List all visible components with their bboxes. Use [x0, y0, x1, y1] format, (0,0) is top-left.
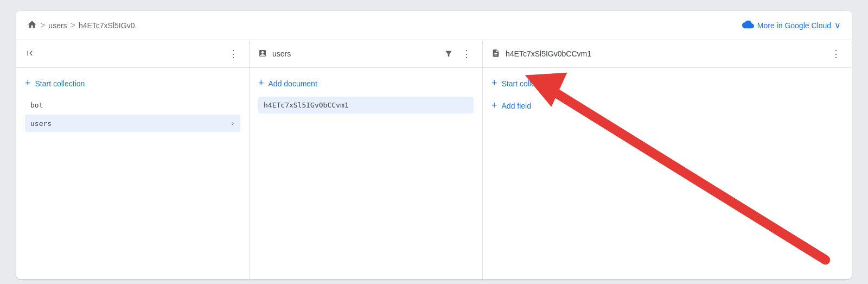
panel-right: h4ETc7xSl5IGv0bCCvm1 ⋮ + Start collectio… — [483, 40, 852, 279]
plus-icon-middle: + — [258, 78, 264, 89]
start-collection-button-right[interactable]: + Start collection — [492, 74, 551, 92]
panel-left: ⋮ + Start collection bot users › — [16, 40, 250, 279]
plus-icon-right-collection: + — [492, 78, 497, 89]
panel-right-header-left: h4ETc7xSl5IGv0bCCvm1 — [492, 49, 591, 59]
double-chevron-icon[interactable] — [25, 48, 35, 60]
list-item-bot[interactable]: bot — [25, 97, 240, 113]
breadcrumb-doc-id: h4ETc7xSl5IGv0. — [79, 21, 137, 30]
panel-middle-title: users — [272, 49, 291, 58]
panels-container: ⋮ + Start collection bot users › — [16, 40, 852, 279]
plus-icon-left: + — [25, 78, 31, 89]
breadcrumb-sep-2: > — [71, 21, 75, 30]
breadcrumb: > users > h4ETc7xSl5IGv0. — [27, 20, 137, 31]
add-document-label: Add document — [269, 79, 317, 88]
add-document-button[interactable]: + Add document — [258, 74, 317, 92]
document-icon — [492, 49, 500, 59]
firestore-ui: > users > h4ETc7xSl5IGv0. More in Google… — [16, 11, 852, 279]
google-cloud-label: More in Google Cloud — [757, 21, 831, 30]
panel-middle-header: users ⋮ — [250, 40, 482, 68]
panel-left-more-options[interactable]: ⋮ — [226, 47, 240, 61]
breadcrumb-users[interactable]: users — [48, 21, 67, 30]
panel-left-body: + Start collection bot users › — [16, 68, 249, 279]
list-item-doc[interactable]: h4ETc7xSl5IGv0bCCvm1 — [258, 97, 474, 113]
chevron-right-icon-users: › — [231, 119, 235, 128]
add-field-button[interactable]: + Add field — [492, 97, 531, 115]
panel-middle-more-options[interactable]: ⋮ — [459, 47, 474, 61]
panel-middle-body: + Add document h4ETc7xSl5IGv0bCCvm1 — [250, 68, 482, 279]
list-item-bot-label: bot — [30, 101, 43, 109]
home-icon[interactable] — [27, 20, 37, 31]
google-cloud-link[interactable]: More in Google Cloud ∨ — [742, 18, 841, 32]
add-field-label: Add field — [502, 102, 531, 110]
panel-left-header: ⋮ — [16, 40, 249, 68]
panel-middle: users ⋮ + Add document h4ETc7 — [250, 40, 483, 279]
panel-middle-header-icons: ⋮ — [442, 47, 474, 61]
list-item-doc-label: h4ETc7xSl5IGv0bCCvm1 — [264, 101, 349, 109]
filter-icon[interactable] — [442, 47, 455, 60]
panel-right-body: + Start collection + Add field — [483, 68, 852, 279]
panel-right-title: h4ETc7xSl5IGv0bCCvm1 — [506, 49, 591, 58]
start-collection-label-left: Start collection — [35, 79, 85, 88]
start-collection-label-right: Start collection — [502, 79, 552, 88]
chevron-down-icon: ∨ — [834, 20, 841, 30]
panel-right-more-options[interactable]: ⋮ — [829, 47, 843, 61]
collection-icon — [258, 49, 267, 59]
cloud-icon — [742, 18, 754, 32]
start-collection-button-left[interactable]: + Start collection — [25, 74, 85, 92]
plus-icon-right-field: + — [492, 100, 497, 111]
breadcrumb-bar: > users > h4ETc7xSl5IGv0. More in Google… — [16, 11, 852, 40]
list-item-users[interactable]: users › — [25, 115, 240, 132]
list-item-users-label: users — [30, 119, 52, 128]
panel-middle-header-left: users — [258, 49, 291, 59]
panel-right-header: h4ETc7xSl5IGv0bCCvm1 ⋮ — [483, 40, 852, 68]
breadcrumb-sep-1: > — [40, 21, 45, 30]
